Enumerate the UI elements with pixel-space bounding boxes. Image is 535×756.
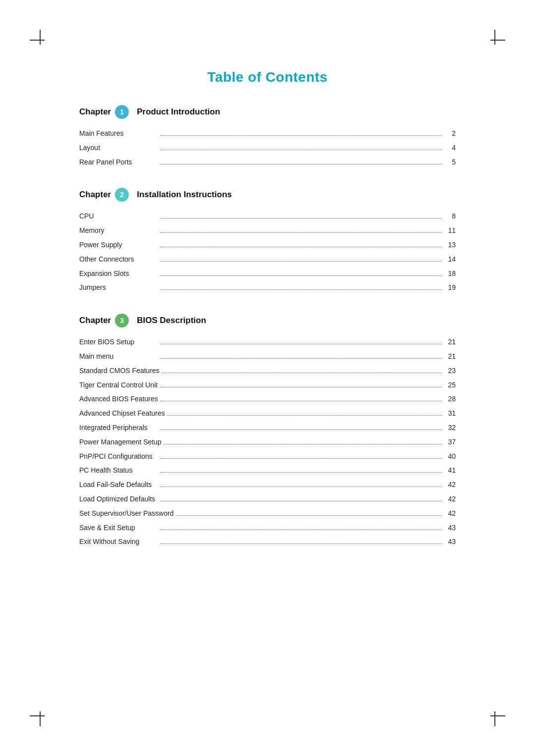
toc-dots bbox=[163, 444, 442, 444]
toc-page-number: 25 bbox=[444, 379, 456, 391]
toc-entry: Standard CMOS Features23 bbox=[79, 365, 456, 377]
chapter-badge-3: 3 bbox=[115, 314, 129, 327]
toc-entry-label: Expansion Slots bbox=[79, 268, 159, 280]
toc-entry-label: Set Supervisor/User Password bbox=[79, 508, 174, 520]
corner-mark-bl-v bbox=[40, 711, 41, 726]
toc-page-number: 32 bbox=[444, 422, 456, 434]
toc-entry: Expansion Slots18 bbox=[79, 268, 456, 280]
toc-page-number: 43 bbox=[444, 536, 456, 548]
toc-entry: Layout4 bbox=[79, 142, 456, 154]
chapter-title-2: Installation Instructions bbox=[137, 190, 232, 200]
toc-entry-label: Advanced Chipset Features bbox=[79, 408, 165, 420]
toc-entry: Load Fail-Safe Defaults42 bbox=[79, 479, 456, 491]
toc-entry-label: Main menu bbox=[79, 351, 159, 363]
toc-page-number: 42 bbox=[444, 479, 456, 491]
toc-entry-label: Power Management Setup bbox=[79, 436, 161, 448]
toc-entry: PnP/PCI Configurations40 bbox=[79, 451, 456, 463]
chapter-label-1: Chapter bbox=[79, 107, 111, 117]
chapter-section-1: Chapter1Product IntroductionMain Feature… bbox=[79, 105, 456, 168]
corner-mark-bl-h bbox=[30, 715, 45, 716]
toc-page-number: 42 bbox=[444, 493, 456, 505]
toc-page-number: 31 bbox=[444, 408, 456, 420]
toc-entry-label: Other Connectors bbox=[79, 254, 159, 266]
corner-mark-tl-v bbox=[40, 30, 41, 45]
toc-entry-label: Integrated Peripherals bbox=[79, 422, 159, 434]
toc-page-number: 23 bbox=[444, 365, 456, 377]
toc-entry: Main Features2 bbox=[79, 128, 456, 140]
toc-entry: Load Optimized Defaults42 bbox=[79, 493, 456, 505]
toc-entry: Other Connectors14 bbox=[79, 254, 456, 266]
toc-entry: Exit Without Saving43 bbox=[79, 536, 456, 548]
toc-entry: CPU8 bbox=[79, 211, 456, 222]
toc-page-number: 19 bbox=[444, 282, 456, 294]
toc-entry: Power Supply13 bbox=[79, 239, 456, 251]
toc-entry: Jumpers19 bbox=[79, 282, 456, 294]
toc-dots bbox=[160, 543, 442, 544]
toc-dots bbox=[160, 164, 442, 164]
page-title: Table of Contents bbox=[79, 69, 456, 85]
toc-entry: Memory11 bbox=[79, 225, 456, 237]
toc-page-number: 11 bbox=[444, 225, 456, 237]
chapter-badge-1: 1 bbox=[115, 105, 129, 119]
corner-mark-br-h bbox=[490, 715, 505, 716]
toc-page-number: 42 bbox=[444, 508, 456, 520]
chapter-title-3: BIOS Description bbox=[137, 316, 206, 325]
toc-entry: Integrated Peripherals32 bbox=[79, 422, 456, 434]
toc-entry-label: Standard CMOS Features bbox=[79, 365, 160, 377]
toc-dots bbox=[160, 135, 442, 136]
toc-entry: Save & Exit Setup43 bbox=[79, 522, 456, 534]
chapter-section-3: Chapter3BIOS DescriptionEnter BIOS Setup… bbox=[79, 314, 456, 548]
toc-entry: Tiger Central Control Unit25 bbox=[79, 379, 456, 391]
main-content: Table of Contents Chapter1Product Introd… bbox=[0, 0, 535, 637]
toc-page-number: 4 bbox=[444, 142, 456, 154]
toc-dots bbox=[160, 232, 442, 233]
toc-entry-label: Load Fail-Safe Defaults bbox=[79, 479, 159, 491]
toc-dots bbox=[160, 458, 442, 459]
toc-entry-label: Jumpers bbox=[79, 282, 159, 294]
chapter-section-2: Chapter2Installation InstructionsCPU8Mem… bbox=[79, 188, 456, 294]
toc-entry-label: Main Features bbox=[79, 128, 159, 140]
toc-entry-label: PnP/PCI Configurations bbox=[79, 451, 159, 463]
toc-entry-label: Exit Without Saving bbox=[79, 536, 159, 548]
chapter-badge-2: 2 bbox=[115, 188, 129, 202]
toc-entry-label: Save & Exit Setup bbox=[79, 522, 159, 534]
toc-dots bbox=[160, 261, 442, 262]
toc-entry: Enter BIOS Setup21 bbox=[79, 336, 456, 348]
toc-entry: Rear Panel Ports5 bbox=[79, 157, 456, 168]
toc-page-number: 5 bbox=[444, 157, 456, 168]
chapter-title-1: Product Introduction bbox=[137, 107, 220, 117]
chapter-label-3: Chapter bbox=[79, 316, 111, 325]
toc-entry-label: Advanced BIOS Features bbox=[79, 393, 159, 405]
toc-entry: Set Supervisor/User Password42 bbox=[79, 508, 456, 520]
toc-dots bbox=[160, 218, 442, 218]
toc-dots bbox=[160, 344, 442, 344]
chapter-header-2: Chapter2Installation Instructions bbox=[79, 188, 456, 202]
toc-entry: Main menu21 bbox=[79, 351, 456, 363]
toc-entry-label: Power Supply bbox=[79, 239, 159, 251]
toc-entry-label: Load Optimized Defaults bbox=[79, 493, 159, 505]
toc-entries-1: Main Features2Layout4Rear Panel Ports5 bbox=[79, 128, 456, 168]
toc-dots bbox=[160, 401, 442, 401]
page-container: Table of Contents Chapter1Product Introd… bbox=[0, 0, 535, 756]
toc-page-number: 43 bbox=[444, 522, 456, 534]
toc-entry-label: CPU bbox=[79, 211, 159, 222]
corner-mark-tr-h bbox=[490, 40, 505, 41]
toc-dots bbox=[160, 472, 442, 473]
toc-dots bbox=[161, 373, 442, 373]
toc-page-number: 18 bbox=[444, 268, 456, 280]
toc-dots bbox=[160, 430, 442, 430]
toc-dots bbox=[167, 415, 442, 416]
toc-dots bbox=[160, 530, 442, 530]
toc-page-number: 28 bbox=[444, 393, 456, 405]
toc-page-number: 21 bbox=[444, 336, 456, 348]
toc-entry-label: Layout bbox=[79, 142, 159, 154]
toc-page-number: 2 bbox=[444, 128, 456, 140]
chapter-label-2: Chapter bbox=[79, 190, 111, 200]
toc-page-number: 14 bbox=[444, 254, 456, 266]
toc-entry-label: PC Health Status bbox=[79, 465, 159, 477]
toc-entries-3: Enter BIOS Setup21Main menu21Standard CM… bbox=[79, 336, 456, 548]
toc-dots bbox=[160, 247, 442, 247]
corner-mark-br-v bbox=[494, 711, 495, 726]
toc-dots bbox=[160, 501, 442, 501]
toc-entry: PC Health Status41 bbox=[79, 465, 456, 477]
